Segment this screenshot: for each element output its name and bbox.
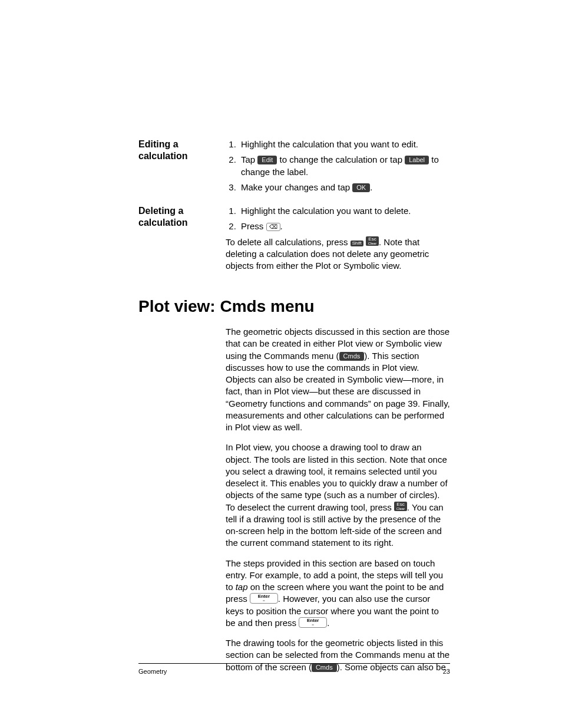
esc-key-icon: EscClear [394, 502, 407, 511]
editing-section: Editing a calculation Highlight the calc… [138, 139, 450, 197]
editing-heading: Editing a calculation [138, 139, 226, 197]
deleting-section: Deleting a calculation Highlight the cal… [138, 205, 450, 280]
footer-page-number: 23 [443, 667, 450, 676]
deleting-step-1: Highlight the calculation you want to de… [239, 205, 450, 217]
deleting-step-2: Press ⌫. [239, 220, 450, 232]
enter-key-icon: Enter≈ [250, 593, 278, 604]
delete-key-icon: ⌫ [266, 223, 280, 231]
deleting-body: Highlight the calculation you want to de… [226, 205, 450, 280]
deleting-note: To delete all calculations, press Shift … [226, 236, 450, 272]
section-body-row: The geometric objects discussed in this … [138, 326, 450, 673]
section-para-3: The steps provided in this section are b… [226, 558, 450, 630]
editing-step-2: Tap Edit to change the calculation or ta… [239, 154, 450, 178]
page-footer: Geometry 23 [138, 663, 450, 676]
section-para-1: The geometric objects discussed in this … [226, 326, 450, 433]
editing-step-1: Highlight the calculation that you want … [239, 139, 450, 150]
label-softkey: Label [405, 156, 429, 164]
deleting-heading: Deleting a calculation [138, 205, 226, 280]
shift-key-icon: Shift [351, 241, 363, 246]
page: Editing a calculation Highlight the calc… [0, 0, 562, 728]
section-title: Plot view: Cmds menu [138, 295, 450, 318]
section-body: The geometric objects discussed in this … [226, 326, 450, 673]
section-para-2: In Plot view, you choose a drawing tool … [226, 442, 450, 549]
esc-key-icon: EscClear [366, 236, 379, 246]
edit-softkey: Edit [257, 156, 277, 164]
tap-italic: tap [236, 582, 248, 592]
footer-left: Geometry [138, 667, 167, 676]
enter-key-icon: Enter≈ [299, 617, 327, 628]
editing-step-3: Make your changes and tap OK. [239, 182, 450, 193]
editing-body: Highlight the calculation that you want … [226, 139, 450, 197]
ok-softkey: OK [352, 183, 370, 192]
cmds-softkey: Cmds [339, 352, 365, 361]
